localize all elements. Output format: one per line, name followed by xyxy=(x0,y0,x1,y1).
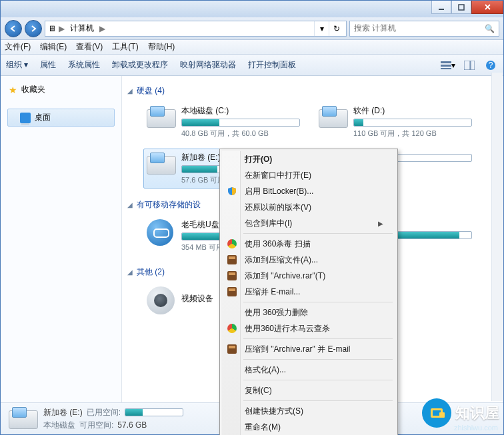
rar-icon xyxy=(226,270,238,282)
toolbar-map-drive[interactable]: 映射网络驱动器 xyxy=(180,59,236,71)
desktop-icon xyxy=(20,113,31,123)
context-menu-item[interactable]: 添加到 "Archive.rar"(T) xyxy=(222,268,395,284)
preview-pane-button[interactable] xyxy=(462,58,477,73)
context-menu-item[interactable]: 使用 360强力删除 xyxy=(222,304,395,320)
nav-row: 🖥 ▶ 计算机 ▶ ▾ ↻ 搜索 计算机 🔍 xyxy=(1,17,503,40)
rar-icon xyxy=(226,343,238,355)
context-menu-separator xyxy=(243,302,393,302)
g360-icon xyxy=(226,238,238,250)
svg-rect-1 xyxy=(459,5,464,10)
context-menu-item[interactable]: 压缩并 E-mail... xyxy=(222,284,395,300)
context-menu-item[interactable]: 在新窗口中打开(E) xyxy=(222,167,395,183)
context-menu-separator xyxy=(243,233,393,234)
maximize-button[interactable] xyxy=(451,1,471,14)
drive-d-name: 软件 (D:) xyxy=(353,105,472,119)
nav-back-button[interactable] xyxy=(5,20,22,37)
svg-rect-4 xyxy=(441,68,451,69)
menu-help[interactable]: 帮助(H) xyxy=(148,41,175,53)
context-menu-item-label: 启用 BitLocker(B)... xyxy=(245,186,313,197)
toolbar-uninstall[interactable]: 卸载或更改程序 xyxy=(112,59,168,71)
context-menu-item-label: 打开(O) xyxy=(245,154,272,165)
context-menu-item-label: 格式化(A)... xyxy=(245,364,286,376)
collapse-icon: ◢ xyxy=(127,87,133,95)
submenu-arrow-icon: ▶ xyxy=(378,220,383,227)
context-menu-item[interactable]: 启用 BitLocker(B)... xyxy=(222,183,395,199)
watermark-sub: zhishiwu.com xyxy=(454,424,498,432)
context-menu: 打开(O)在新窗口中打开(E)启用 BitLocker(B)...还原以前的版本… xyxy=(219,149,398,435)
context-menu-item[interactable]: 使用 360杀毒 扫描 xyxy=(222,236,395,252)
hdd-icon xyxy=(147,105,176,129)
g360-icon xyxy=(226,322,238,334)
context-menu-item[interactable]: 复制(C) xyxy=(222,382,395,398)
breadcrumb-computer[interactable]: 计算机 xyxy=(67,23,97,34)
drive-c[interactable]: 本地磁盘 (C:) 40.8 GB 可用，共 60.0 GB xyxy=(143,102,303,142)
group-hdd-label: 硬盘 (4) xyxy=(137,85,165,97)
sidebar-favorites[interactable]: ★ 收藏夹 xyxy=(7,81,115,98)
context-menu-item-label: 使用360进行木马云查杀 xyxy=(245,323,330,334)
rar-icon xyxy=(226,254,238,266)
context-menu-item[interactable]: 包含到库中(I)▶ xyxy=(222,215,395,231)
group-hdd[interactable]: ◢硬盘 (4) xyxy=(126,83,497,98)
context-menu-separator xyxy=(243,380,393,380)
drive-c-sub: 40.8 GB 可用，共 60.0 GB xyxy=(181,127,300,139)
search-input[interactable]: 搜索 计算机 🔍 xyxy=(349,21,499,37)
drive-d-bar xyxy=(353,119,472,127)
rar-icon xyxy=(226,286,238,298)
group-removable-label: 有可移动存储的设 xyxy=(137,199,201,211)
menu-tools[interactable]: 工具(T) xyxy=(112,41,138,53)
drive-c-name: 本地磁盘 (C:) xyxy=(181,105,300,119)
menu-bar: 文件(F) 编辑(E) 查看(V) 工具(T) 帮助(H) xyxy=(1,40,503,55)
address-bar[interactable]: 🖥 ▶ 计算机 ▶ ▾ ↻ xyxy=(45,21,347,37)
svg-rect-2 xyxy=(441,61,451,63)
context-menu-item[interactable]: 使用360进行木马云查杀 xyxy=(222,320,395,336)
context-menu-item[interactable]: 添加到压缩文件(A)... xyxy=(222,252,395,268)
refresh-button[interactable]: ↻ xyxy=(329,21,343,36)
context-menu-item-label: 复制(C) xyxy=(245,385,272,396)
svg-text:?: ? xyxy=(489,61,493,70)
sidebar-desktop[interactable]: 桌面 xyxy=(7,109,115,127)
minimize-button[interactable] xyxy=(431,1,451,14)
nav-forward-button[interactable] xyxy=(25,20,42,37)
context-menu-separator xyxy=(243,359,393,360)
svg-rect-3 xyxy=(441,65,451,67)
context-menu-item-label: 使用 360强力删除 xyxy=(245,307,308,318)
help-button[interactable]: ? xyxy=(483,58,498,73)
menu-file[interactable]: 文件(F) xyxy=(5,41,31,53)
context-menu-item[interactable]: 还原以前的版本(V) xyxy=(222,199,395,215)
collapse-icon: ◢ xyxy=(127,201,133,209)
context-menu-item[interactable]: 创建快捷方式(S) xyxy=(222,403,395,419)
toolbar-organize[interactable]: 组织 ▾ xyxy=(6,59,28,71)
context-menu-item-label: 压缩到 "Archive.rar" 并 E-mail xyxy=(245,344,351,355)
status-used-label: 已用空间: xyxy=(87,407,121,418)
view-mode-button[interactable]: ▾ xyxy=(441,58,455,73)
status-used-bar xyxy=(125,408,183,416)
breadcrumb-sep: ▶ xyxy=(59,24,65,33)
context-menu-item[interactable]: 打开(O) xyxy=(222,151,395,167)
status-type: 本地磁盘 xyxy=(43,420,75,431)
close-button[interactable] xyxy=(471,1,503,14)
watermark-badge: 知识屋 zhishiwu.com xyxy=(422,398,499,428)
sidebar-favorites-label: 收藏夹 xyxy=(21,84,45,95)
breadcrumb-sep: ▶ xyxy=(99,24,105,33)
context-menu-item[interactable]: 重命名(M) xyxy=(222,419,395,435)
hdd-icon xyxy=(9,408,37,430)
watermark-icon xyxy=(422,398,451,428)
watermark-text: 知识屋 xyxy=(455,403,499,423)
collapse-icon: ◢ xyxy=(127,268,133,276)
context-menu-item-label: 还原以前的版本(V) xyxy=(245,202,311,213)
context-menu-item[interactable]: 压缩到 "Archive.rar" 并 E-mail xyxy=(222,341,395,357)
address-dropdown[interactable]: ▾ xyxy=(314,21,329,36)
context-menu-item-label: 重命名(M) xyxy=(245,422,281,433)
toolbar-control-panel[interactable]: 打开控制面板 xyxy=(248,59,296,71)
context-menu-separator xyxy=(243,338,393,339)
toolbar-properties[interactable]: 属性 xyxy=(40,59,56,71)
hdd-icon xyxy=(147,152,176,176)
status-free-value: 57.6 GB xyxy=(117,420,147,430)
toolbar-sys-properties[interactable]: 系统属性 xyxy=(68,59,100,71)
search-placeholder: 搜索 计算机 xyxy=(354,23,396,34)
menu-edit[interactable]: 编辑(E) xyxy=(40,41,67,53)
vertical-scrollbar[interactable] xyxy=(491,73,503,401)
context-menu-item[interactable]: 格式化(A)... xyxy=(222,362,395,378)
drive-d[interactable]: 软件 (D:) 110 GB 可用，共 120 GB xyxy=(315,102,475,142)
menu-view[interactable]: 查看(V) xyxy=(76,41,103,53)
